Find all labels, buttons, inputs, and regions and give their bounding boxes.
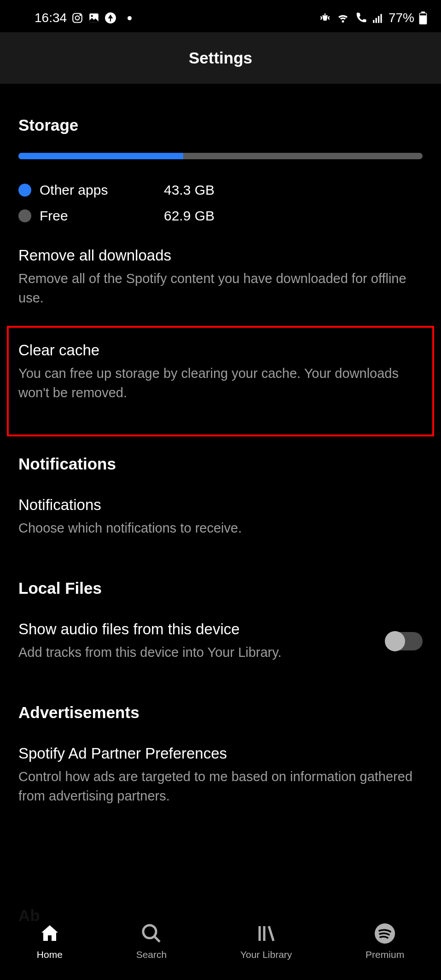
section-header-advertisements: Advertisements — [18, 703, 423, 722]
search-icon — [140, 922, 162, 945]
svg-rect-7 — [376, 18, 377, 23]
section-header-storage: Storage — [18, 116, 423, 134]
show-audio-toggle[interactable] — [386, 632, 423, 650]
toggle-knob — [385, 631, 405, 651]
legend-value: 43.3 GB — [164, 182, 215, 198]
show-audio-files-item[interactable]: Show audio files from this device Add tr… — [18, 620, 423, 662]
clear-cache-item[interactable]: Clear cache You can free up storage by c… — [18, 342, 423, 402]
svg-rect-6 — [373, 20, 374, 23]
svg-rect-12 — [420, 15, 426, 23]
wifi-icon — [336, 11, 350, 25]
nav-label: Home — [37, 949, 63, 960]
battery-percent: 77% — [389, 11, 414, 25]
vibrate-icon — [319, 12, 331, 24]
svg-rect-13 — [420, 13, 426, 15]
svg-rect-8 — [378, 16, 379, 23]
setting-desc: Control how ads are targeted to me based… — [18, 767, 423, 806]
setting-title: Clear cache — [18, 342, 423, 359]
status-bar: 16:34 77% — [0, 0, 441, 32]
svg-point-1 — [75, 16, 80, 20]
wifi-calling-icon — [354, 12, 367, 24]
legend-other-apps: Other apps 43.3 GB — [18, 182, 423, 198]
nav-library[interactable]: Your Library — [240, 922, 292, 960]
setting-desc: You can free up storage by clearing your… — [18, 364, 423, 402]
nav-premium[interactable]: Premium — [366, 922, 404, 960]
app-update-icon — [104, 12, 116, 24]
legend-free: Free 62.9 GB — [18, 208, 423, 224]
highlight-annotation: Clear cache You can free up storage by c… — [7, 326, 434, 436]
spotify-icon — [374, 922, 396, 945]
status-right: 77% — [319, 11, 427, 25]
section-header-local-files: Local Files — [18, 579, 423, 597]
legend-label: Free — [40, 208, 164, 224]
svg-line-15 — [154, 936, 160, 942]
status-time: 16:34 — [35, 11, 67, 25]
storage-bar-fill — [18, 153, 183, 159]
legend-label: Other apps — [40, 182, 164, 198]
nav-search[interactable]: Search — [136, 922, 167, 960]
nav-label: Premium — [366, 949, 404, 960]
svg-rect-11 — [421, 12, 425, 13]
app-header: Settings — [0, 32, 441, 84]
instagram-icon — [71, 12, 83, 24]
nav-label: Your Library — [240, 949, 292, 960]
nav-label: Search — [136, 949, 167, 960]
storage-bar — [18, 153, 423, 159]
setting-title: Spotify Ad Partner Preferences — [18, 745, 423, 762]
section-header-notifications: Notifications — [18, 455, 423, 473]
svg-rect-9 — [380, 14, 382, 23]
setting-desc: Remove all of the Spotify content you ha… — [18, 269, 423, 307]
svg-point-14 — [143, 925, 156, 938]
remove-downloads-item[interactable]: Remove all downloads Remove all of the S… — [18, 247, 423, 307]
setting-desc: Choose which notifications to receive. — [18, 518, 423, 538]
page-title: Settings — [0, 49, 441, 67]
svg-point-4 — [91, 15, 93, 17]
settings-content: Storage Other apps 43.3 GB Free 62.9 GB … — [0, 116, 441, 806]
image-icon — [88, 12, 100, 24]
legend-value: 62.9 GB — [164, 208, 215, 224]
setting-desc: Add tracks from this device into Your Li… — [18, 643, 372, 662]
ad-partner-prefs-item[interactable]: Spotify Ad Partner Preferences Control h… — [18, 745, 423, 806]
notifications-item[interactable]: Notifications Choose which notifications… — [18, 496, 423, 538]
signal-icon — [372, 12, 384, 24]
legend-dot-icon — [18, 184, 31, 197]
battery-icon — [419, 12, 427, 24]
setting-title: Show audio files from this device — [18, 620, 372, 638]
status-left: 16:34 — [35, 11, 132, 25]
notification-dot-icon — [128, 16, 132, 20]
legend-dot-icon — [18, 209, 31, 222]
setting-title: Remove all downloads — [18, 247, 423, 264]
nav-home[interactable]: Home — [37, 922, 63, 960]
setting-title: Notifications — [18, 496, 423, 514]
home-icon — [39, 922, 61, 945]
bottom-nav: Home Search Your Library Premium — [0, 906, 441, 980]
svg-point-2 — [80, 14, 81, 15]
library-icon — [255, 922, 277, 945]
